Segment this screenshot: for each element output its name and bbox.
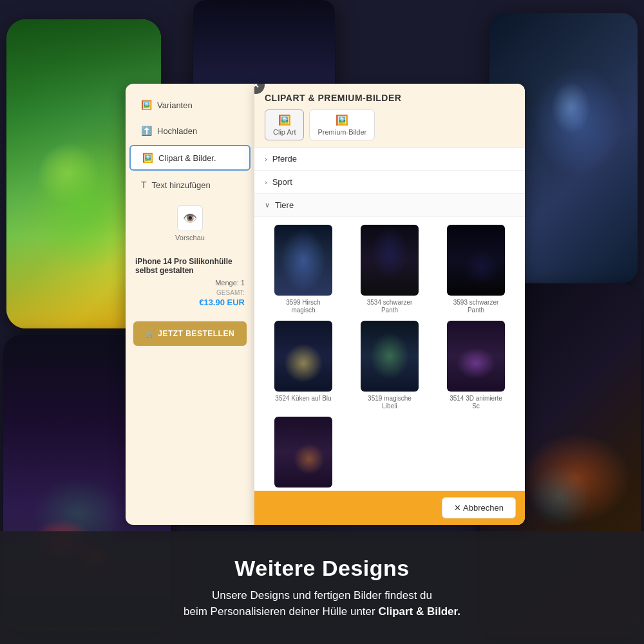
category-sport[interactable]: › Sport bbox=[254, 171, 525, 194]
category-tiere[interactable]: ∨ Tiere bbox=[254, 194, 525, 217]
banner-text: Unsere Designs und fertigen Bilder finde… bbox=[184, 587, 460, 620]
sidebar-item-clipart[interactable]: 🖼️ Clipart & Bilder. bbox=[129, 145, 251, 171]
text-icon: T bbox=[141, 180, 147, 190]
content-panel: ✕ CLIPART & PREMIUM-BILDER 🖼️ Clip Art 🖼… bbox=[254, 84, 525, 525]
hochladen-icon: ⬆️ bbox=[141, 126, 152, 136]
cancel-label: ✕ Abbrechen bbox=[454, 503, 504, 513]
bottom-banner: Weitere Designs Unsere Designs und ferti… bbox=[0, 531, 644, 644]
preview-label: Vorschau bbox=[175, 234, 205, 242]
image-item-5[interactable]: 🌿 3519 magische Libeli bbox=[350, 321, 430, 410]
banner-text-line2-before: beim Personalisieren deiner Hülle unter bbox=[184, 605, 378, 618]
order-button-label: 🛒 JETZT BESTELLEN bbox=[146, 329, 234, 338]
product-quantity: Menge: 1 bbox=[135, 279, 245, 287]
sport-arrow: › bbox=[265, 178, 267, 186]
dialog-area: 🖼️ Varianten ⬆️ Hochladen 🖼️ Clipart & B… bbox=[126, 84, 525, 525]
sport-label: Sport bbox=[272, 177, 292, 187]
preview-button[interactable]: 👁️ Vorschau bbox=[135, 199, 245, 248]
premium-icon: 🖼️ bbox=[336, 114, 348, 126]
varianten-icon: 🖼️ bbox=[141, 100, 152, 110]
sidebar-item-text[interactable]: T Text hinzufügen bbox=[129, 173, 251, 196]
banner-text-bold: Clipart & Bilder. bbox=[378, 605, 460, 618]
product-total-label: GESAMT: bbox=[135, 289, 245, 296]
image-item-3[interactable]: 🐈‍⬛ 3593 schwarzer Panth bbox=[436, 225, 516, 314]
image-item-4[interactable]: 🐥 3524 Küken auf Blu bbox=[263, 321, 343, 410]
image-item-6[interactable]: 🐌 3514 3D animierte Sc bbox=[436, 321, 516, 410]
sidebar-item-label-hochladen: Hochladen bbox=[157, 126, 197, 136]
tiere-arrow: ∨ bbox=[265, 201, 270, 209]
image-thumb-3: 🐈‍⬛ bbox=[447, 225, 505, 296]
clipart-icon: 🖼️ bbox=[142, 153, 153, 163]
image-label-5: 3519 magische Libeli bbox=[361, 395, 419, 410]
sidebar-item-hochladen[interactable]: ⬆️ Hochladen bbox=[129, 119, 251, 142]
product-info: iPhone 14 Pro Silikonhülle selbst gestal… bbox=[126, 251, 254, 314]
tab-clip-art[interactable]: 🖼️ Clip Art bbox=[265, 109, 304, 140]
image-item-2[interactable]: 🐆 3534 schwarzer Panth bbox=[350, 225, 430, 314]
pferde-arrow: › bbox=[265, 155, 267, 163]
banner-title: Weitere Designs bbox=[234, 556, 409, 581]
image-item-1[interactable]: 🦌 3599 Hirsch magisch bbox=[263, 225, 343, 314]
tab-premium-label: Premium-Bilder bbox=[317, 128, 366, 136]
panel-title: CLIPART & PREMIUM-BILDER bbox=[265, 93, 515, 103]
image-label-6: 3514 3D animierte Sc bbox=[447, 395, 505, 410]
image-label-3: 3593 schwarzer Panth bbox=[447, 299, 505, 314]
image-thumb-1: 🦌 bbox=[274, 225, 332, 296]
image-thumb-4: 🐥 bbox=[274, 321, 332, 392]
tiere-label: Tiere bbox=[275, 200, 294, 210]
image-item-7[interactable]: 🦎 bbox=[263, 417, 343, 491]
panel-header: CLIPART & PREMIUM-BILDER 🖼️ Clip Art 🖼️ … bbox=[254, 84, 525, 147]
category-pferde[interactable]: › Pferde bbox=[254, 147, 525, 171]
sidebar-item-label-clipart: Clipart & Bilder. bbox=[158, 153, 216, 163]
sidebar-item-varianten[interactable]: 🖼️ Varianten bbox=[129, 93, 251, 117]
tab-premium[interactable]: 🖼️ Premium-Bilder bbox=[309, 109, 375, 140]
cancel-button[interactable]: ✕ Abbrechen bbox=[442, 497, 516, 518]
product-title: iPhone 14 Pro Silikonhülle selbst gestal… bbox=[135, 257, 245, 275]
tab-row: 🖼️ Clip Art 🖼️ Premium-Bilder bbox=[265, 109, 515, 140]
panel-body: › Pferde › Sport ∨ Tiere 🦌 3599 Hirsch m… bbox=[254, 147, 525, 491]
image-thumb-5: 🌿 bbox=[361, 321, 419, 392]
image-grid: 🦌 3599 Hirsch magisch 🐆 3534 schwarzer P… bbox=[254, 217, 525, 491]
image-thumb-7: 🦎 bbox=[274, 417, 332, 488]
product-price: €13.90 EUR bbox=[135, 298, 245, 307]
panel-footer: ✕ Abbrechen bbox=[254, 491, 525, 525]
image-thumb-6: 🐌 bbox=[447, 321, 505, 392]
image-label-2: 3534 schwarzer Panth bbox=[361, 299, 419, 314]
sidebar-item-label-text: Text hinzufügen bbox=[152, 180, 211, 190]
clip-art-icon: 🖼️ bbox=[278, 114, 291, 126]
order-button[interactable]: 🛒 JETZT BESTELLEN bbox=[133, 321, 247, 346]
sidebar-item-label-varianten: Varianten bbox=[157, 100, 193, 110]
image-thumb-2: 🐆 bbox=[361, 225, 419, 296]
tab-clip-art-label: Clip Art bbox=[273, 128, 296, 136]
image-label-1: 3599 Hirsch magisch bbox=[274, 299, 332, 314]
pferde-label: Pferde bbox=[272, 154, 297, 164]
image-label-4: 3524 Küken auf Blu bbox=[275, 395, 331, 402]
preview-icon-circle: 👁️ bbox=[177, 205, 203, 231]
sidebar: 🖼️ Varianten ⬆️ Hochladen 🖼️ Clipart & B… bbox=[126, 84, 254, 525]
banner-text-line1: Unsere Designs und fertigen Bilder finde… bbox=[212, 589, 432, 601]
close-icon: ✕ bbox=[254, 84, 260, 90]
